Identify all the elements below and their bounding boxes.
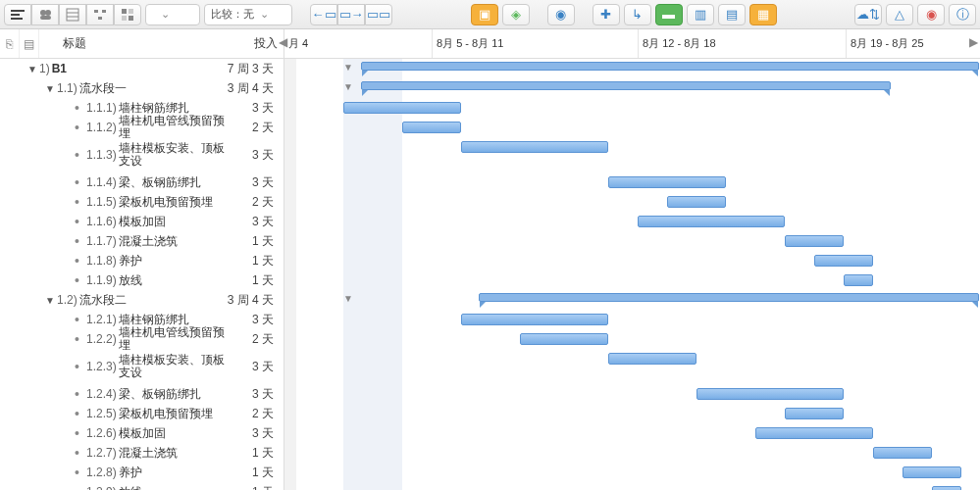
task-row[interactable]: •1.1.6) 模板加固3 天	[0, 212, 284, 231]
gantt-row	[284, 404, 980, 423]
task-bar[interactable]	[844, 274, 873, 286]
task-effort: 2 天	[225, 331, 284, 348]
task-row[interactable]: •1.2.4) 梁、板钢筋绑扎3 天	[0, 384, 284, 404]
task-row[interactable]: ▼1.2) 流水段二3 周 4 天	[0, 290, 284, 310]
task-bar[interactable]	[903, 466, 961, 478]
task-bar[interactable]	[608, 176, 726, 188]
link-tasks-button[interactable]: ↳	[624, 4, 651, 25]
gantt-row	[284, 329, 980, 349]
indent-button[interactable]: ▭→	[337, 4, 365, 25]
summary-caret-icon[interactable]: ▼	[343, 293, 353, 304]
outdent-button[interactable]: ←▭	[310, 4, 337, 25]
filter-dropdown[interactable]: ⌄	[145, 4, 200, 25]
task-row[interactable]: •1.1.4) 梁、板钢筋绑扎3 天	[0, 172, 284, 192]
task-index: 1.2.5)	[86, 407, 117, 420]
task-bar[interactable]	[873, 447, 932, 459]
snapshot-button[interactable]: ▣	[471, 4, 498, 25]
task-row[interactable]: •1.1.7) 混凝土浇筑1 天	[0, 231, 284, 251]
reveal-button[interactable]: ◈	[502, 4, 530, 25]
attachment-icon[interactable]: ⎘	[0, 29, 20, 58]
summary-caret-icon[interactable]: ▼	[343, 62, 353, 73]
record-button[interactable]: ◉	[917, 4, 945, 25]
task-bar[interactable]	[638, 216, 785, 227]
warnings-button[interactable]: △	[886, 4, 913, 25]
svg-rect-0	[11, 10, 25, 12]
task-row[interactable]: •1.1.3) 墙柱模板安装、顶板支设3 天	[0, 137, 284, 172]
task-row[interactable]: •1.2.6) 模板加固3 天	[0, 423, 284, 443]
task-title: 混凝土浇筑	[119, 447, 225, 460]
svg-rect-10	[102, 10, 106, 13]
timeline-header[interactable]: ◀ ▶ 月 48月 5 - 8月 118月 12 - 8月 188月 19 - …	[284, 29, 980, 58]
split-button[interactable]: ▥	[687, 4, 714, 25]
task-row[interactable]: •1.2.8) 养护1 天	[0, 463, 284, 482]
task-bar[interactable]	[608, 353, 696, 365]
info-button[interactable]: ⓘ	[949, 4, 976, 25]
view-network-button[interactable]	[86, 4, 114, 25]
column-effort[interactable]: 投入	[197, 35, 284, 52]
column-title[interactable]: 标题	[39, 35, 197, 52]
view-gantt-button[interactable]	[4, 4, 31, 25]
svg-rect-14	[122, 16, 127, 21]
summary-bar[interactable]	[361, 81, 891, 90]
publish-button[interactable]: ◉	[547, 4, 575, 25]
summary-bar[interactable]	[361, 62, 979, 71]
task-bar[interactable]	[402, 122, 461, 133]
gantt-row	[284, 384, 980, 404]
task-bar[interactable]	[461, 314, 608, 325]
task-index: 1)	[39, 62, 50, 75]
milestone-button[interactable]: ▬	[655, 4, 683, 25]
columns-header: ⎘ ▤ 标题 投入 ◀ ▶ 月 48月 5 - 8月 118月 12 - 8月 …	[0, 29, 980, 59]
gantt-chart[interactable]: ▼▼▼	[284, 59, 980, 490]
view-resources-button[interactable]	[31, 4, 59, 25]
add-task-button[interactable]: ✚	[593, 4, 620, 25]
gantt-row	[284, 482, 980, 490]
disclosure-caret[interactable]: ▼	[45, 83, 57, 94]
task-row[interactable]: •1.2.3) 墙柱模板安装、顶板支设3 天	[0, 349, 284, 384]
task-row[interactable]: ▼1) B17 周 3 天	[0, 59, 284, 78]
view-table-button[interactable]	[59, 4, 86, 25]
note-icon[interactable]: ▤	[20, 29, 39, 58]
compare-dropdown[interactable]: 比较：无⌄	[204, 4, 292, 25]
grid-button[interactable]: ▦	[749, 4, 777, 25]
sync-button[interactable]: ☁⇅	[854, 4, 882, 25]
task-bar[interactable]	[755, 427, 873, 439]
schedule-button[interactable]: ▤	[718, 4, 746, 25]
task-bar[interactable]	[667, 196, 726, 208]
bullet-icon: •	[75, 100, 86, 116]
task-bar[interactable]	[696, 388, 844, 400]
task-row[interactable]: •1.1.9) 放线1 天	[0, 270, 284, 290]
gantt-row	[284, 310, 980, 329]
task-effort: 7 周 3 天	[225, 61, 284, 77]
bullet-icon: •	[75, 312, 86, 327]
bullet-icon: •	[75, 253, 86, 269]
task-row[interactable]: •1.1.2) 墙柱机电管线预留预埋2 天	[0, 118, 284, 137]
disclosure-caret[interactable]: ▼	[27, 64, 39, 74]
task-index: 1.1)	[57, 81, 77, 95]
task-row[interactable]: •1.1.5) 梁板机电预留预埋2 天	[0, 192, 284, 212]
task-bar[interactable]	[520, 333, 608, 345]
task-bar[interactable]	[785, 408, 844, 419]
task-row[interactable]: •1.2.7) 混凝土浇筑1 天	[0, 443, 284, 463]
gantt-row	[284, 231, 980, 251]
task-bar[interactable]	[343, 102, 461, 114]
task-index: 1.1.6)	[86, 215, 117, 228]
timeline-next-button[interactable]: ▶	[969, 35, 978, 49]
gantt-row	[284, 212, 980, 231]
task-row[interactable]: •1.1.8) 养护1 天	[0, 251, 284, 270]
task-title: 模板加固	[119, 216, 225, 228]
view-board-button[interactable]	[114, 4, 141, 25]
summary-caret-icon[interactable]: ▼	[343, 81, 353, 92]
task-bar[interactable]	[932, 486, 961, 490]
task-index: 1.2.2)	[86, 332, 117, 346]
group-button[interactable]: ▭▭	[365, 4, 392, 25]
task-bar[interactable]	[461, 141, 608, 153]
task-bar[interactable]	[785, 235, 844, 247]
svg-rect-15	[129, 16, 133, 21]
task-row[interactable]: •1.2.2) 墙柱机电管线预留预埋2 天	[0, 329, 284, 349]
task-bar[interactable]	[814, 255, 873, 267]
task-row[interactable]: •1.2.5) 梁板机电预留预埋2 天	[0, 404, 284, 423]
task-row[interactable]: •1.2.9) 放线1 天	[0, 482, 284, 490]
task-row[interactable]: ▼1.1) 流水段一3 周 4 天	[0, 78, 284, 98]
disclosure-caret[interactable]: ▼	[45, 295, 57, 306]
summary-bar[interactable]	[479, 293, 979, 302]
